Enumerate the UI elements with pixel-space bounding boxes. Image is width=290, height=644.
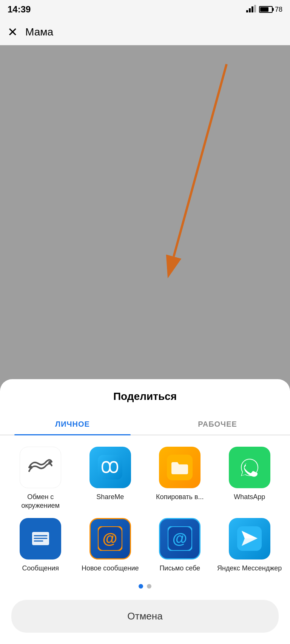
page-dots <box>0 580 290 596</box>
app-icon-letter-self: @ <box>159 518 201 559</box>
app-letter-self[interactable]: @ Письмо себе <box>147 518 213 573</box>
close-button[interactable]: ✕ <box>8 25 18 39</box>
app-label-new-message: Новое сообщение <box>82 564 139 573</box>
app-label-obmen: Обмен с окружением <box>8 493 74 510</box>
app-icon-messages <box>20 518 61 559</box>
app-icon-whatsapp <box>229 447 270 488</box>
app-obmen[interactable]: Обмен с окружением <box>8 447 74 510</box>
status-bar: 14:39 78 <box>0 0 290 19</box>
status-icons: 78 <box>246 5 282 14</box>
svg-line-5 <box>174 64 227 257</box>
share-title: Поделиться <box>0 390 290 403</box>
main-content-area <box>0 45 290 283</box>
svg-rect-0 <box>246 10 248 12</box>
app-icon-shareme <box>89 447 131 488</box>
apps-grid: Обмен с окружением ShareMe <box>0 435 290 580</box>
top-bar: ✕ Мама <box>0 19 290 45</box>
svg-point-6 <box>29 466 32 469</box>
battery-percent: 78 <box>275 6 282 14</box>
tab-personal[interactable]: ЛИЧНОЕ <box>0 414 145 435</box>
svg-text:@: @ <box>103 530 117 547</box>
share-sheet: Поделиться ЛИЧНОЕ РАБОЧЕЕ Обмен с окруже… <box>0 379 290 644</box>
app-icon-new-message: @ <box>89 518 131 559</box>
svg-point-7 <box>48 461 51 464</box>
arrow-annotation <box>0 45 290 283</box>
app-label-shareme: ShareMe <box>96 493 124 501</box>
app-icon-obmen <box>20 447 61 488</box>
app-whatsapp[interactable]: WhatsApp <box>217 447 283 510</box>
page-title: Мама <box>25 26 53 38</box>
app-icon-yandex <box>229 518 270 559</box>
status-time: 14:39 <box>8 4 31 15</box>
dot-2 <box>147 584 151 589</box>
cancel-button[interactable]: Отмена <box>11 600 279 633</box>
tab-work[interactable]: РАБОЧЕЕ <box>145 414 290 435</box>
svg-rect-1 <box>249 8 251 12</box>
dot-1 <box>139 584 143 589</box>
app-copy[interactable]: Копировать в... <box>147 447 213 510</box>
app-label-yandex: Яндекс Мессенджер <box>217 564 282 573</box>
battery-icon <box>259 6 273 13</box>
app-shareme[interactable]: ShareMe <box>77 447 143 510</box>
svg-text:@: @ <box>172 530 187 547</box>
svg-rect-3 <box>254 5 256 12</box>
svg-rect-2 <box>251 6 253 12</box>
app-label-copy: Копировать в... <box>156 493 204 501</box>
app-new-message[interactable]: @ Новое сообщение <box>77 518 143 573</box>
app-yandex[interactable]: Яндекс Мессенджер <box>217 518 283 573</box>
tabs-row: ЛИЧНОЕ РАБОЧЕЕ <box>0 414 290 435</box>
signal-icon <box>246 5 257 14</box>
app-label-messages: Сообщения <box>22 564 59 573</box>
app-messages[interactable]: Сообщения <box>8 518 74 573</box>
app-label-letter-self: Письмо себе <box>159 564 200 573</box>
app-label-whatsapp: WhatsApp <box>234 493 265 501</box>
app-icon-copy <box>159 447 201 488</box>
